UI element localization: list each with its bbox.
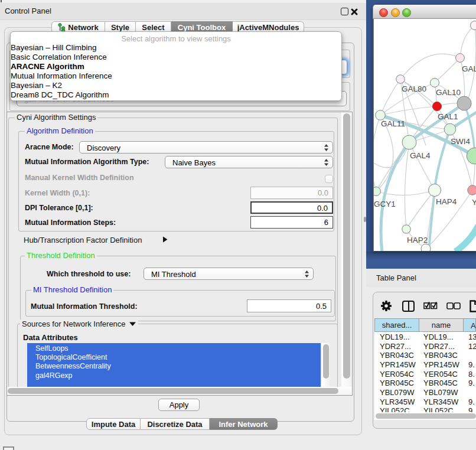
svg-text:GAL1: GAL1	[438, 112, 458, 121]
svg-text:GAL: GAL	[462, 64, 476, 73]
svg-text:HAP2: HAP2	[407, 236, 428, 244]
svg-text:GCY1: GCY1	[374, 200, 396, 208]
svg-text:GAL4: GAL4	[410, 151, 431, 160]
svg-text:SWI4: SWI4	[451, 137, 470, 146]
svg-text:GAL10: GAL10	[436, 88, 461, 97]
svg-text:GAL80: GAL80	[402, 84, 426, 93]
svg-text:GAL11: GAL11	[381, 119, 405, 128]
svg-text:HAP4: HAP4	[436, 197, 457, 206]
svg-text:Y: Y	[472, 198, 476, 207]
